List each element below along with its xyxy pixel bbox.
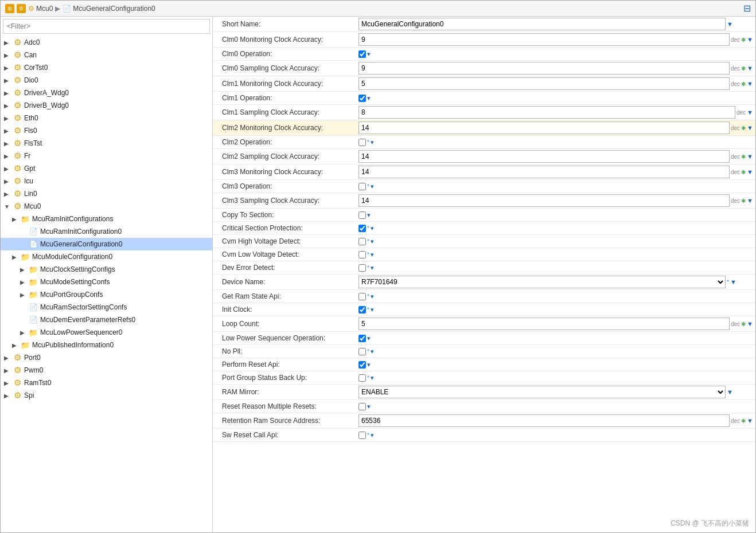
text-input-0[interactable] <box>358 18 726 30</box>
dropdown-arrow-3[interactable]: ▼ <box>747 65 753 72</box>
dropdown-arrow-16[interactable]: ▾ <box>371 251 374 258</box>
dropdown-arrow-10[interactable]: ▼ <box>747 168 753 175</box>
tree-item-lin0[interactable]: ▶⚙Lin0 <box>1 187 212 200</box>
num-input-1[interactable] <box>358 33 730 46</box>
tree-expand-mcumode[interactable]: ▶ <box>20 279 28 285</box>
tree-item-mcugeneral[interactable]: 📄McuGeneralConfiguration0 <box>1 238 212 250</box>
dropdown-arrow-1[interactable]: ▼ <box>747 36 753 43</box>
tree-item-mcupub[interactable]: ▶📁McuPublishedInformation0 <box>1 339 212 351</box>
tree-expand-mcuclock[interactable]: ▶ <box>20 266 28 273</box>
tree-expand-gpt[interactable]: ▶ <box>4 166 12 172</box>
tree-expand-drivera[interactable]: ▶ <box>4 90 12 96</box>
checkbox-13[interactable] <box>358 211 366 219</box>
checkbox-20[interactable] <box>358 306 366 313</box>
tree-expand-mculow[interactable]: ▶ <box>20 330 28 336</box>
tree-expand-pwm0[interactable]: ▶ <box>4 367 12 374</box>
dropdown-arrow-22[interactable]: ▾ <box>367 335 371 342</box>
dropdown-arrow-15[interactable]: ▾ <box>371 238 374 245</box>
tree-item-dio0[interactable]: ▶⚙Dio0 <box>1 74 212 87</box>
checkbox-16[interactable] <box>358 251 366 258</box>
filter-input[interactable] <box>3 19 210 34</box>
num-input-7[interactable] <box>358 122 730 134</box>
tree-expand-mcuram_confs[interactable]: ▶ <box>12 216 20 222</box>
dropdown-arrow-26[interactable]: ▼ <box>727 389 733 395</box>
checkbox-11[interactable] <box>358 183 366 190</box>
checkbox-2[interactable] <box>358 50 366 58</box>
dropdown-arrow-21[interactable]: ▼ <box>747 320 753 327</box>
dropdown-26[interactable]: ENABLE <box>358 386 726 398</box>
tree-expand-mcu0[interactable]: ▼ <box>4 203 12 210</box>
checkbox-27[interactable] <box>358 403 366 410</box>
checkbox-15[interactable] <box>358 238 366 245</box>
tree-item-gpt[interactable]: ▶⚙Gpt <box>1 162 212 175</box>
tree-item-pwm0[interactable]: ▶⚙Pwm0 <box>1 364 212 377</box>
dropdown-arrow-0[interactable]: ▼ <box>727 21 733 28</box>
filter-icon[interactable]: ⊟ <box>743 3 751 14</box>
tree-expand-port0[interactable]: ▶ <box>4 355 12 361</box>
tree-item-adc0[interactable]: ▶⚙Adc0 <box>1 36 212 49</box>
dropdown-arrow-2[interactable]: ▾ <box>367 50 371 58</box>
tree-item-mcudem[interactable]: 📄McuDemEventParameterRefs0 <box>1 313 212 326</box>
tree-expand-eth0[interactable]: ▶ <box>4 115 12 122</box>
num-input-10[interactable] <box>358 166 730 178</box>
tree-item-mcuram_init[interactable]: 📄McuRamInitConfiguration0 <box>1 225 212 238</box>
dropdown-arrow-13[interactable]: ▾ <box>367 211 371 219</box>
dropdown-arrow-29[interactable]: ▾ <box>371 432 374 439</box>
dropdown-arrow-28[interactable]: ▼ <box>747 417 753 424</box>
checkbox-17[interactable] <box>358 264 366 272</box>
tree-item-mculow[interactable]: ▶📁McuLowPowerSequencer0 <box>1 326 212 339</box>
dropdown-arrow-18[interactable]: ▼ <box>730 279 736 285</box>
checkbox-23[interactable] <box>358 348 366 355</box>
num-input-21[interactable] <box>358 318 730 330</box>
dropdown-arrow-8[interactable]: ▾ <box>371 139 374 146</box>
checkbox-24[interactable] <box>358 361 366 369</box>
tree-expand-icu[interactable]: ▶ <box>4 178 12 185</box>
checkbox-25[interactable] <box>358 374 366 382</box>
tree-item-port0[interactable]: ▶⚙Port0 <box>1 351 212 364</box>
checkbox-19[interactable] <box>358 293 366 300</box>
dropdown-arrow-12[interactable]: ▼ <box>747 197 753 204</box>
tree-expand-driverb[interactable]: ▶ <box>4 103 12 109</box>
dropdown-arrow-24[interactable]: ▾ <box>367 361 371 369</box>
tree-expand-spi[interactable]: ▶ <box>4 393 12 399</box>
tree-item-mcuport[interactable]: ▶📁McuPortGroupConfs <box>1 288 212 301</box>
tree-item-mcu0[interactable]: ▼⚙Mcu0 <box>1 200 212 213</box>
dropdown-arrow-9[interactable]: ▼ <box>747 153 753 160</box>
tree-expand-mcupub[interactable]: ▶ <box>12 342 20 348</box>
tree-expand-adc0[interactable]: ▶ <box>4 40 12 46</box>
dropdown-arrow-7[interactable]: ▼ <box>747 124 753 131</box>
tree-expand-fr[interactable]: ▶ <box>4 153 12 159</box>
num-input-6[interactable] <box>358 106 735 119</box>
tree-item-mcuclock[interactable]: ▶📁McuClockSettingConfigs <box>1 263 212 276</box>
checkbox-5[interactable] <box>358 95 366 102</box>
dropdown-arrow-5[interactable]: ▾ <box>367 95 371 102</box>
dropdown-arrow-20[interactable]: ▾ <box>371 306 374 313</box>
tree-item-mcumodule[interactable]: ▶📁McuModuleConfiguration0 <box>1 250 212 263</box>
tree-expand-cortst0[interactable]: ▶ <box>4 65 12 71</box>
checkbox-8[interactable] <box>358 139 366 146</box>
dropdown-arrow-25[interactable]: ▾ <box>371 374 374 382</box>
tree-item-cortst0[interactable]: ▶⚙CorTst0 <box>1 61 212 74</box>
tree-item-mcumode[interactable]: ▶📁McuModeSettingConfs <box>1 276 212 288</box>
tree-item-driverb[interactable]: ▶⚙DriverB_Wdg0 <box>1 99 212 112</box>
tree-item-ramtst0[interactable]: ▶⚙RamTst0 <box>1 377 212 389</box>
tree-expand-lin0[interactable]: ▶ <box>4 191 12 197</box>
tree-item-drivera[interactable]: ▶⚙DriverA_Wdg0 <box>1 87 212 99</box>
tree-item-mcuram_sector[interactable]: 📄McuRamSectorSettingConfs <box>1 301 212 313</box>
dropdown-arrow-19[interactable]: ▾ <box>371 293 374 300</box>
tree-item-flstst[interactable]: ▶⚙FlsTst <box>1 137 212 150</box>
tree-expand-mcuport[interactable]: ▶ <box>20 292 28 298</box>
tree-item-fls0[interactable]: ▶⚙Fls0 <box>1 124 212 137</box>
tree-expand-fls0[interactable]: ▶ <box>4 128 12 134</box>
dropdown-18[interactable]: R7F701649 <box>358 276 726 288</box>
dropdown-arrow-11[interactable]: ▾ <box>371 183 374 190</box>
tree-expand-dio0[interactable]: ▶ <box>4 77 12 84</box>
dropdown-arrow-4[interactable]: ▼ <box>747 80 753 87</box>
dropdown-arrow-14[interactable]: ▾ <box>371 225 374 232</box>
tree-expand-can[interactable]: ▶ <box>4 52 12 58</box>
checkbox-22[interactable] <box>358 335 366 342</box>
tree-expand-flstst[interactable]: ▶ <box>4 140 12 147</box>
tree-item-can[interactable]: ▶⚙Can <box>1 49 212 61</box>
tree-item-fr[interactable]: ▶⚙Fr <box>1 150 212 162</box>
dropdown-arrow-17[interactable]: ▾ <box>371 264 374 272</box>
